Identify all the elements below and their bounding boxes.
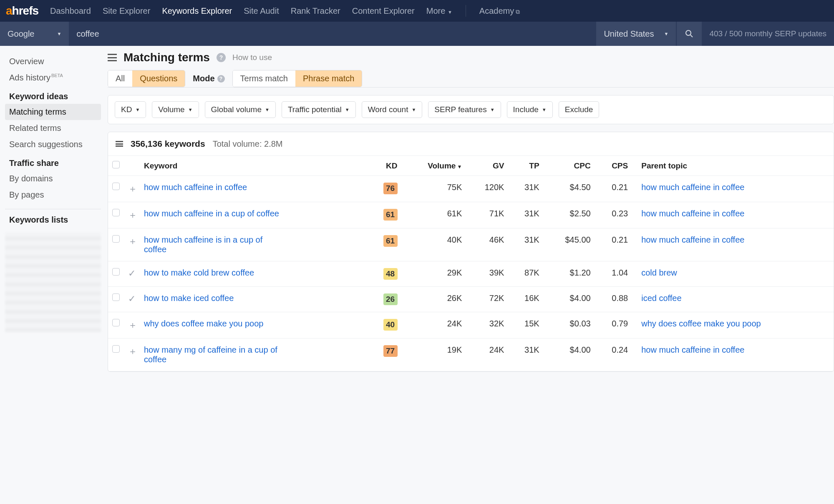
plus-icon[interactable]: ＋ <box>128 183 136 195</box>
cell-gv: 71K <box>466 202 508 228</box>
plus-icon[interactable]: ＋ <box>128 209 136 221</box>
filter-global-volume[interactable]: Global volume▼ <box>205 101 276 118</box>
mode-label-text: Mode <box>193 74 214 83</box>
row-checkbox[interactable] <box>112 268 120 276</box>
keyword-link[interactable]: how to make cold brew coffee <box>144 268 254 278</box>
keyword-link[interactable]: how much caffeine in coffee <box>144 183 247 192</box>
filter-traffic-potential[interactable]: Traffic potential▼ <box>282 101 356 118</box>
parent-topic-link[interactable]: why does coffee make you poop <box>641 319 761 328</box>
keyword-link[interactable]: how to make iced coffee <box>144 293 234 303</box>
col-keyword[interactable]: Keyword <box>140 156 368 176</box>
sidebar-overview[interactable]: Overview <box>5 53 101 70</box>
country-select[interactable]: United States ▼ <box>596 22 676 46</box>
parent-topic-link[interactable]: how much caffeine in coffee <box>641 345 744 355</box>
how-to-use-link[interactable]: How to use <box>232 53 272 62</box>
filter-include[interactable]: Include▼ <box>507 101 553 118</box>
cell-volume: 61K <box>402 202 466 228</box>
filter-label: KD <box>121 105 132 114</box>
filter-serp-features[interactable]: SERP features▼ <box>428 101 501 118</box>
filter-label: Volume <box>158 105 184 114</box>
search-icon <box>685 30 693 38</box>
parent-topic-link[interactable]: iced coffee <box>641 293 681 303</box>
keyword-link[interactable]: how many mg of caffeine in a cup of coff… <box>144 345 286 364</box>
col-volume-label: Volume <box>428 161 456 170</box>
table-row: ＋how much caffeine in a cup of coffee616… <box>108 202 834 228</box>
row-checkbox[interactable] <box>112 235 120 243</box>
sidebar-search-suggestions[interactable]: Search suggestions <box>5 136 101 153</box>
col-cps[interactable]: CPS <box>595 156 632 176</box>
cell-cpc: $4.00 <box>544 287 595 312</box>
search-button[interactable] <box>677 22 702 46</box>
chevron-down-icon: ▼ <box>490 107 495 112</box>
sidebar-related-terms[interactable]: Related terms <box>5 120 101 136</box>
nav-more[interactable]: More ▼ <box>426 6 452 16</box>
keyword-link[interactable]: how much caffeine in a cup of coffee <box>144 209 279 218</box>
col-parent-topic[interactable]: Parent topic <box>632 156 834 176</box>
filter-kd[interactable]: KD▼ <box>115 101 146 118</box>
plus-icon[interactable]: ＋ <box>128 319 136 331</box>
table-row: ＋how much caffeine in coffee7675K120K31K… <box>108 176 834 202</box>
nav-site-audit[interactable]: Site Audit <box>244 6 279 16</box>
col-cpc[interactable]: CPC <box>544 156 595 176</box>
chevron-down-icon: ▼ <box>345 107 350 112</box>
seg-questions[interactable]: Questions <box>132 70 185 87</box>
list-options-icon[interactable] <box>116 141 123 147</box>
main-content: Matching terms ? How to use All Question… <box>101 46 834 372</box>
keyword-count: 356,136 keywords <box>131 139 205 149</box>
cell-cps: 0.21 <box>595 228 632 261</box>
col-volume[interactable]: Volume▼ <box>402 156 466 176</box>
col-kd[interactable]: KD <box>368 156 402 176</box>
cell-volume: 26K <box>402 287 466 312</box>
sidebar-matching-terms[interactable]: Matching terms <box>5 104 101 120</box>
nav-rank-tracker[interactable]: Rank Tracker <box>291 6 340 16</box>
select-all-checkbox[interactable] <box>112 161 120 168</box>
help-icon[interactable]: ? <box>217 53 226 62</box>
seg-phrase-match[interactable]: Phrase match <box>295 70 362 87</box>
filter-word-count[interactable]: Word count▼ <box>362 101 423 118</box>
mode-segment: Terms match Phrase match <box>232 70 363 87</box>
table-row: ✓how to make cold brew coffee4829K39K87K… <box>108 261 834 287</box>
logo[interactable]: ahrefs <box>6 4 38 18</box>
nav-content-explorer[interactable]: Content Explorer <box>352 6 415 16</box>
nav-keywords-explorer[interactable]: Keywords Explorer <box>162 6 232 16</box>
col-gv[interactable]: GV <box>466 156 508 176</box>
nav-site-explorer[interactable]: Site Explorer <box>103 6 151 16</box>
plus-icon[interactable]: ＋ <box>128 345 136 358</box>
seg-all[interactable]: All <box>108 70 132 87</box>
chevron-down-icon: ▼ <box>57 31 62 36</box>
nav-dashboard[interactable]: Dashboard <box>50 6 91 16</box>
results-box: 356,136 keywords Total volume: 2.8M Keyw… <box>108 132 834 372</box>
keyword-link[interactable]: how much caffeine is in a cup of coffee <box>144 235 286 254</box>
row-checkbox[interactable] <box>112 293 120 301</box>
nav-academy[interactable]: Academy⧉ <box>479 6 520 16</box>
row-checkbox[interactable] <box>112 345 120 353</box>
parent-topic-link[interactable]: cold brew <box>641 268 677 278</box>
filter-label: Exclude <box>565 105 593 114</box>
logo-a: a <box>6 4 12 17</box>
plus-icon[interactable]: ＋ <box>128 235 136 248</box>
parent-topic-link[interactable]: how much caffeine in coffee <box>641 209 744 218</box>
filter-exclude[interactable]: Exclude <box>559 101 600 118</box>
parent-topic-link[interactable]: how much caffeine in coffee <box>641 183 744 192</box>
chevron-down-icon: ▼ <box>542 107 547 112</box>
cell-cpc: $4.50 <box>544 176 595 202</box>
sidebar-by-domains[interactable]: By domains <box>5 171 101 187</box>
sidebar-by-pages[interactable]: By pages <box>5 187 101 203</box>
row-checkbox[interactable] <box>112 319 120 326</box>
row-checkbox[interactable] <box>112 209 120 216</box>
row-checkbox[interactable] <box>112 183 120 190</box>
seg-terms-match[interactable]: Terms match <box>233 70 295 87</box>
keyword-link[interactable]: why does coffee make you poop <box>144 319 263 328</box>
col-tp[interactable]: TP <box>508 156 543 176</box>
external-link-icon: ⧉ <box>516 8 520 15</box>
sidebar: Overview Ads historyBETA Keyword ideas M… <box>0 46 101 372</box>
cell-cps: 1.04 <box>595 261 632 287</box>
sidebar-ads-history[interactable]: Ads historyBETA <box>5 70 101 86</box>
keyword-search-input[interactable] <box>69 22 596 46</box>
help-icon[interactable]: ? <box>217 75 225 83</box>
parent-topic-link[interactable]: how much caffeine in coffee <box>641 235 744 245</box>
cell-cpc: $4.00 <box>544 339 595 371</box>
menu-icon[interactable] <box>108 54 117 61</box>
filter-volume[interactable]: Volume▼ <box>152 101 199 118</box>
search-engine-select[interactable]: Google ▼ <box>0 22 69 46</box>
